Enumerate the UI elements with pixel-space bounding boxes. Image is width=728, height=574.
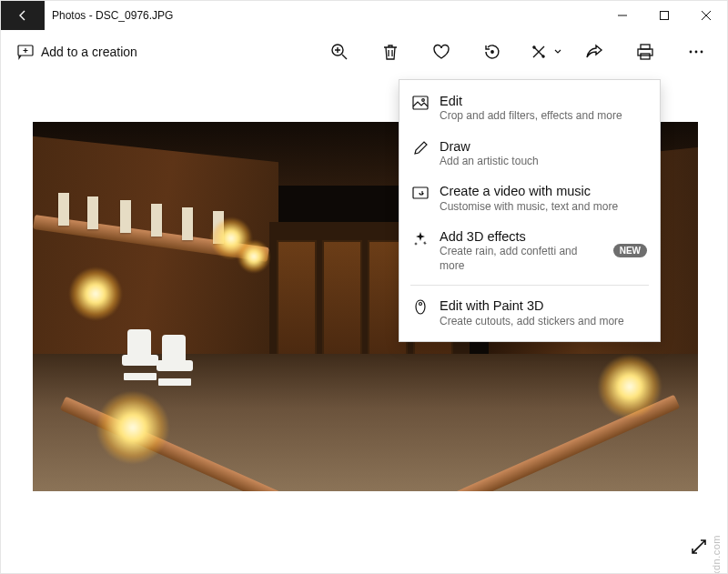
chevron-down-icon [554, 49, 561, 55]
svg-point-15 [420, 303, 422, 306]
print-button[interactable] [622, 34, 669, 70]
trash-icon [382, 43, 399, 61]
video-music-icon [412, 185, 429, 201]
menu-item-title: Edit [440, 93, 647, 109]
sparkle-icon [412, 230, 429, 247]
menu-item-title: Create a video with music [440, 183, 647, 199]
edit-enhance-icon [530, 43, 548, 61]
paint3d-icon [412, 299, 429, 316]
titlebar: Photos - DSC_0976.JPG [1, 1, 727, 30]
print-icon [636, 43, 654, 61]
zoom-icon [330, 43, 349, 61]
share-button[interactable] [571, 34, 618, 70]
zoom-button[interactable] [316, 34, 363, 70]
toolbar: Add to a creation [1, 30, 727, 74]
svg-point-11 [701, 51, 703, 54]
rotate-icon [483, 43, 501, 61]
comment-plus-icon [17, 44, 34, 60]
image-icon [412, 95, 429, 111]
menu-item-desc: Customise with music, text and more [440, 200, 647, 215]
close-icon [702, 11, 711, 20]
minimize-icon [618, 11, 627, 20]
back-arrow-icon [15, 8, 30, 23]
svg-rect-12 [413, 96, 428, 109]
back-button[interactable] [1, 1, 45, 30]
svg-point-3 [491, 51, 493, 53]
svg-rect-14 [413, 187, 428, 198]
menu-item-title: Edit with Paint 3D [440, 297, 647, 314]
svg-point-13 [422, 99, 425, 102]
menu-item-paint3d[interactable]: Edit with Paint 3D Create cutouts, add s… [399, 290, 660, 336]
window-title: Photos - DSC_0976.JPG [45, 1, 602, 30]
maximize-button[interactable] [643, 1, 685, 30]
add-label: Add to a creation [41, 45, 137, 59]
edit-dropdown-menu: Edit Crop and add filters, effects and m… [399, 79, 661, 342]
expand-icon [690, 538, 708, 556]
menu-item-desc: Crop and add filters, effects and more [440, 109, 647, 124]
delete-button[interactable] [367, 34, 414, 70]
menu-item-edit[interactable]: Edit Crop and add filters, effects and m… [399, 86, 660, 131]
favorite-button[interactable] [418, 34, 465, 70]
menu-item-desc: Create rain, add confetti and more [440, 245, 602, 273]
menu-item-desc: Add an artistic touch [440, 155, 647, 169]
menu-separator [410, 285, 649, 286]
menu-item-title: Add 3D effects [440, 228, 602, 245]
window-controls [602, 1, 727, 30]
menu-item-video[interactable]: Create a video with music Customise with… [399, 176, 660, 221]
menu-item-3d-effects[interactable]: Add 3D effects Create rain, add confetti… [399, 221, 660, 280]
menu-item-title: Draw [440, 138, 647, 155]
minimize-button[interactable] [602, 1, 643, 30]
fullscreen-button[interactable] [685, 533, 713, 560]
menu-item-desc: Create cutouts, add stickers and more [440, 315, 647, 329]
heart-icon [432, 44, 450, 60]
close-button[interactable] [685, 1, 727, 30]
add-to-creation-button[interactable]: Add to a creation [8, 34, 147, 70]
rotate-button[interactable] [469, 34, 516, 70]
svg-point-10 [695, 51, 698, 54]
watermark: wsxdn.com [711, 535, 722, 574]
share-icon [585, 44, 603, 60]
new-badge: NEW [613, 244, 647, 257]
ellipsis-icon [689, 50, 703, 54]
svg-rect-0 [661, 12, 669, 20]
edit-menu-button[interactable] [520, 34, 567, 70]
more-button[interactable] [672, 34, 720, 70]
pen-icon [412, 140, 429, 156]
maximize-icon [660, 11, 669, 20]
svg-point-9 [690, 51, 693, 54]
svg-rect-8 [641, 54, 650, 59]
menu-item-draw[interactable]: Draw Add an artistic touch [399, 131, 660, 176]
svg-rect-6 [641, 45, 650, 49]
